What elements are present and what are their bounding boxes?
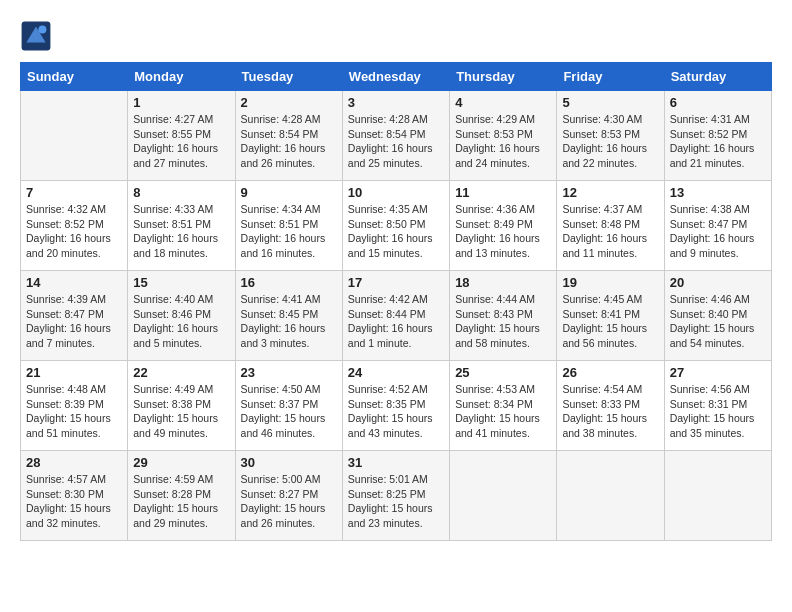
calendar-header: SundayMondayTuesdayWednesdayThursdayFrid… bbox=[21, 63, 772, 91]
calendar-cell: 19Sunrise: 4:45 AM Sunset: 8:41 PM Dayli… bbox=[557, 271, 664, 361]
calendar-body: 1Sunrise: 4:27 AM Sunset: 8:55 PM Daylig… bbox=[21, 91, 772, 541]
day-info: Sunrise: 4:41 AM Sunset: 8:45 PM Dayligh… bbox=[241, 292, 337, 351]
day-number: 27 bbox=[670, 365, 766, 380]
day-number: 4 bbox=[455, 95, 551, 110]
day-number: 22 bbox=[133, 365, 229, 380]
day-info: Sunrise: 4:35 AM Sunset: 8:50 PM Dayligh… bbox=[348, 202, 444, 261]
calendar-cell: 10Sunrise: 4:35 AM Sunset: 8:50 PM Dayli… bbox=[342, 181, 449, 271]
day-info: Sunrise: 4:29 AM Sunset: 8:53 PM Dayligh… bbox=[455, 112, 551, 171]
day-info: Sunrise: 4:39 AM Sunset: 8:47 PM Dayligh… bbox=[26, 292, 122, 351]
calendar-cell: 4Sunrise: 4:29 AM Sunset: 8:53 PM Daylig… bbox=[450, 91, 557, 181]
day-number: 15 bbox=[133, 275, 229, 290]
day-info: Sunrise: 4:28 AM Sunset: 8:54 PM Dayligh… bbox=[348, 112, 444, 171]
calendar-cell: 16Sunrise: 4:41 AM Sunset: 8:45 PM Dayli… bbox=[235, 271, 342, 361]
weekday-header-wednesday: Wednesday bbox=[342, 63, 449, 91]
day-number: 8 bbox=[133, 185, 229, 200]
day-number: 7 bbox=[26, 185, 122, 200]
day-number: 30 bbox=[241, 455, 337, 470]
day-number: 31 bbox=[348, 455, 444, 470]
day-number: 25 bbox=[455, 365, 551, 380]
day-info: Sunrise: 4:49 AM Sunset: 8:38 PM Dayligh… bbox=[133, 382, 229, 441]
calendar-cell: 13Sunrise: 4:38 AM Sunset: 8:47 PM Dayli… bbox=[664, 181, 771, 271]
day-info: Sunrise: 4:48 AM Sunset: 8:39 PM Dayligh… bbox=[26, 382, 122, 441]
day-info: Sunrise: 5:00 AM Sunset: 8:27 PM Dayligh… bbox=[241, 472, 337, 531]
day-info: Sunrise: 4:45 AM Sunset: 8:41 PM Dayligh… bbox=[562, 292, 658, 351]
day-info: Sunrise: 4:37 AM Sunset: 8:48 PM Dayligh… bbox=[562, 202, 658, 261]
day-info: Sunrise: 4:27 AM Sunset: 8:55 PM Dayligh… bbox=[133, 112, 229, 171]
logo bbox=[20, 20, 56, 52]
calendar-cell: 31Sunrise: 5:01 AM Sunset: 8:25 PM Dayli… bbox=[342, 451, 449, 541]
calendar-cell: 12Sunrise: 4:37 AM Sunset: 8:48 PM Dayli… bbox=[557, 181, 664, 271]
calendar-cell: 2Sunrise: 4:28 AM Sunset: 8:54 PM Daylig… bbox=[235, 91, 342, 181]
calendar-cell: 1Sunrise: 4:27 AM Sunset: 8:55 PM Daylig… bbox=[128, 91, 235, 181]
calendar-cell: 18Sunrise: 4:44 AM Sunset: 8:43 PM Dayli… bbox=[450, 271, 557, 361]
day-number: 2 bbox=[241, 95, 337, 110]
calendar-cell: 23Sunrise: 4:50 AM Sunset: 8:37 PM Dayli… bbox=[235, 361, 342, 451]
weekday-header-friday: Friday bbox=[557, 63, 664, 91]
calendar-week-row: 7Sunrise: 4:32 AM Sunset: 8:52 PM Daylig… bbox=[21, 181, 772, 271]
day-number: 29 bbox=[133, 455, 229, 470]
day-info: Sunrise: 4:31 AM Sunset: 8:52 PM Dayligh… bbox=[670, 112, 766, 171]
day-number: 18 bbox=[455, 275, 551, 290]
page-header bbox=[20, 20, 772, 52]
day-info: Sunrise: 4:34 AM Sunset: 8:51 PM Dayligh… bbox=[241, 202, 337, 261]
calendar-cell: 14Sunrise: 4:39 AM Sunset: 8:47 PM Dayli… bbox=[21, 271, 128, 361]
weekday-header-tuesday: Tuesday bbox=[235, 63, 342, 91]
calendar-cell: 7Sunrise: 4:32 AM Sunset: 8:52 PM Daylig… bbox=[21, 181, 128, 271]
weekday-header-saturday: Saturday bbox=[664, 63, 771, 91]
day-number: 3 bbox=[348, 95, 444, 110]
day-info: Sunrise: 4:28 AM Sunset: 8:54 PM Dayligh… bbox=[241, 112, 337, 171]
calendar-cell: 29Sunrise: 4:59 AM Sunset: 8:28 PM Dayli… bbox=[128, 451, 235, 541]
day-number: 12 bbox=[562, 185, 658, 200]
day-number: 16 bbox=[241, 275, 337, 290]
day-number: 24 bbox=[348, 365, 444, 380]
day-number: 5 bbox=[562, 95, 658, 110]
day-info: Sunrise: 4:46 AM Sunset: 8:40 PM Dayligh… bbox=[670, 292, 766, 351]
weekday-header-sunday: Sunday bbox=[21, 63, 128, 91]
calendar-cell: 22Sunrise: 4:49 AM Sunset: 8:38 PM Dayli… bbox=[128, 361, 235, 451]
calendar-cell: 6Sunrise: 4:31 AM Sunset: 8:52 PM Daylig… bbox=[664, 91, 771, 181]
day-info: Sunrise: 4:36 AM Sunset: 8:49 PM Dayligh… bbox=[455, 202, 551, 261]
day-number: 28 bbox=[26, 455, 122, 470]
day-number: 20 bbox=[670, 275, 766, 290]
calendar-cell: 20Sunrise: 4:46 AM Sunset: 8:40 PM Dayli… bbox=[664, 271, 771, 361]
day-number: 13 bbox=[670, 185, 766, 200]
calendar-cell: 5Sunrise: 4:30 AM Sunset: 8:53 PM Daylig… bbox=[557, 91, 664, 181]
day-number: 23 bbox=[241, 365, 337, 380]
weekday-row: SundayMondayTuesdayWednesdayThursdayFrid… bbox=[21, 63, 772, 91]
weekday-header-monday: Monday bbox=[128, 63, 235, 91]
logo-icon bbox=[20, 20, 52, 52]
calendar-cell: 9Sunrise: 4:34 AM Sunset: 8:51 PM Daylig… bbox=[235, 181, 342, 271]
calendar-cell bbox=[450, 451, 557, 541]
calendar-cell: 8Sunrise: 4:33 AM Sunset: 8:51 PM Daylig… bbox=[128, 181, 235, 271]
calendar-cell: 24Sunrise: 4:52 AM Sunset: 8:35 PM Dayli… bbox=[342, 361, 449, 451]
day-number: 14 bbox=[26, 275, 122, 290]
day-info: Sunrise: 4:54 AM Sunset: 8:33 PM Dayligh… bbox=[562, 382, 658, 441]
calendar-week-row: 14Sunrise: 4:39 AM Sunset: 8:47 PM Dayli… bbox=[21, 271, 772, 361]
day-info: Sunrise: 4:50 AM Sunset: 8:37 PM Dayligh… bbox=[241, 382, 337, 441]
weekday-header-thursday: Thursday bbox=[450, 63, 557, 91]
day-number: 26 bbox=[562, 365, 658, 380]
calendar-week-row: 1Sunrise: 4:27 AM Sunset: 8:55 PM Daylig… bbox=[21, 91, 772, 181]
day-info: Sunrise: 4:33 AM Sunset: 8:51 PM Dayligh… bbox=[133, 202, 229, 261]
calendar-cell: 27Sunrise: 4:56 AM Sunset: 8:31 PM Dayli… bbox=[664, 361, 771, 451]
calendar-cell: 3Sunrise: 4:28 AM Sunset: 8:54 PM Daylig… bbox=[342, 91, 449, 181]
calendar-week-row: 28Sunrise: 4:57 AM Sunset: 8:30 PM Dayli… bbox=[21, 451, 772, 541]
day-number: 10 bbox=[348, 185, 444, 200]
day-info: Sunrise: 5:01 AM Sunset: 8:25 PM Dayligh… bbox=[348, 472, 444, 531]
calendar-cell: 26Sunrise: 4:54 AM Sunset: 8:33 PM Dayli… bbox=[557, 361, 664, 451]
day-info: Sunrise: 4:59 AM Sunset: 8:28 PM Dayligh… bbox=[133, 472, 229, 531]
calendar-cell bbox=[21, 91, 128, 181]
day-info: Sunrise: 4:40 AM Sunset: 8:46 PM Dayligh… bbox=[133, 292, 229, 351]
day-info: Sunrise: 4:53 AM Sunset: 8:34 PM Dayligh… bbox=[455, 382, 551, 441]
day-number: 17 bbox=[348, 275, 444, 290]
day-info: Sunrise: 4:42 AM Sunset: 8:44 PM Dayligh… bbox=[348, 292, 444, 351]
day-info: Sunrise: 4:32 AM Sunset: 8:52 PM Dayligh… bbox=[26, 202, 122, 261]
calendar-cell: 28Sunrise: 4:57 AM Sunset: 8:30 PM Dayli… bbox=[21, 451, 128, 541]
day-info: Sunrise: 4:56 AM Sunset: 8:31 PM Dayligh… bbox=[670, 382, 766, 441]
calendar-cell bbox=[664, 451, 771, 541]
day-info: Sunrise: 4:30 AM Sunset: 8:53 PM Dayligh… bbox=[562, 112, 658, 171]
svg-point-2 bbox=[38, 26, 46, 34]
calendar-cell: 30Sunrise: 5:00 AM Sunset: 8:27 PM Dayli… bbox=[235, 451, 342, 541]
calendar-cell: 15Sunrise: 4:40 AM Sunset: 8:46 PM Dayli… bbox=[128, 271, 235, 361]
